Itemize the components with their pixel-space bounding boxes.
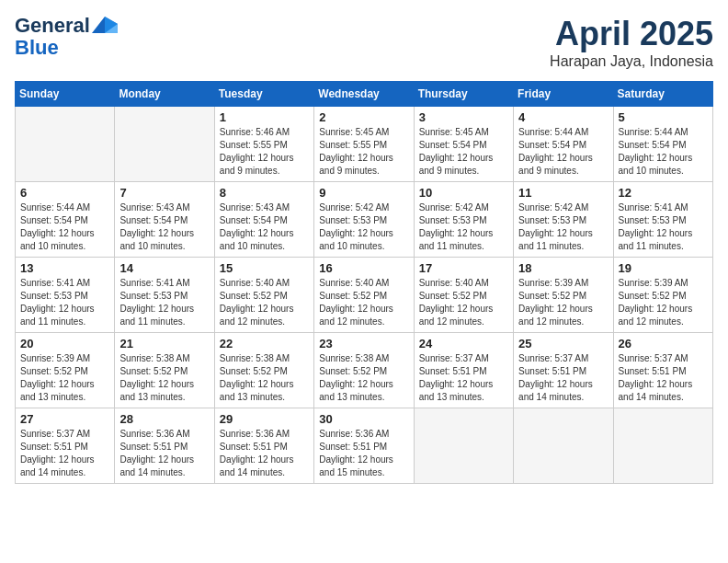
day-info: Sunrise: 5:42 AMSunset: 5:53 PMDaylight:… <box>319 201 408 253</box>
calendar-title: April 2025 <box>550 15 713 53</box>
calendar-day-23: 23Sunrise: 5:38 AMSunset: 5:52 PMDayligh… <box>314 333 414 408</box>
calendar-week-row: 13Sunrise: 5:41 AMSunset: 5:53 PMDayligh… <box>16 258 713 333</box>
day-info: Sunrise: 5:44 AMSunset: 5:54 PMDaylight:… <box>619 126 708 178</box>
day-number: 28 <box>119 412 209 426</box>
day-info: Sunrise: 5:37 AMSunset: 5:51 PMDaylight:… <box>20 428 109 479</box>
logo: General Blue <box>15 15 118 59</box>
day-number: 21 <box>119 337 209 350</box>
calendar-table: SundayMondayTuesdayWednesdayThursdayFrid… <box>15 81 713 484</box>
day-number: 25 <box>518 337 608 350</box>
day-info: Sunrise: 5:38 AMSunset: 5:52 PMDaylight:… <box>119 352 209 404</box>
calendar-day-25: 25Sunrise: 5:37 AMSunset: 5:51 PMDayligh… <box>514 333 613 408</box>
calendar-day-16: 16Sunrise: 5:40 AMSunset: 5:52 PMDayligh… <box>314 258 414 333</box>
day-number: 12 <box>619 186 708 200</box>
day-number: 23 <box>319 337 408 350</box>
day-info: Sunrise: 5:38 AMSunset: 5:52 PMDaylight:… <box>220 352 309 404</box>
calendar-day-3: 3Sunrise: 5:45 AMSunset: 5:54 PMDaylight… <box>414 107 513 182</box>
title-section: April 2025 Harapan Jaya, Indonesia <box>550 15 713 70</box>
day-number: 16 <box>319 261 408 275</box>
day-info: Sunrise: 5:40 AMSunset: 5:52 PMDaylight:… <box>319 277 408 328</box>
logo-text: General <box>15 15 90 37</box>
calendar-week-row: 1Sunrise: 5:46 AMSunset: 5:55 PMDaylight… <box>16 107 713 182</box>
day-number: 7 <box>119 186 209 200</box>
col-header-friday: Friday <box>514 82 613 107</box>
calendar-day-29: 29Sunrise: 5:36 AMSunset: 5:51 PMDayligh… <box>214 408 313 484</box>
calendar-day-18: 18Sunrise: 5:39 AMSunset: 5:52 PMDayligh… <box>514 258 613 333</box>
day-info: Sunrise: 5:44 AMSunset: 5:54 PMDaylight:… <box>518 126 608 178</box>
calendar-day-24: 24Sunrise: 5:37 AMSunset: 5:51 PMDayligh… <box>414 333 513 408</box>
day-number: 26 <box>619 337 708 350</box>
calendar-day-21: 21Sunrise: 5:38 AMSunset: 5:52 PMDayligh… <box>115 333 214 408</box>
day-info: Sunrise: 5:36 AMSunset: 5:51 PMDaylight:… <box>119 428 209 479</box>
calendar-day-13: 13Sunrise: 5:41 AMSunset: 5:53 PMDayligh… <box>16 258 115 333</box>
day-info: Sunrise: 5:37 AMSunset: 5:51 PMDaylight:… <box>419 352 508 404</box>
calendar-day-15: 15Sunrise: 5:40 AMSunset: 5:52 PMDayligh… <box>214 258 313 333</box>
day-number: 14 <box>119 261 209 275</box>
day-number: 8 <box>220 186 309 200</box>
day-info: Sunrise: 5:37 AMSunset: 5:51 PMDaylight:… <box>518 352 608 404</box>
day-number: 30 <box>319 412 408 426</box>
calendar-day-30: 30Sunrise: 5:36 AMSunset: 5:51 PMDayligh… <box>314 408 414 484</box>
col-header-sunday: Sunday <box>16 82 115 107</box>
day-number: 24 <box>419 337 508 350</box>
calendar-day-empty <box>115 107 214 182</box>
day-info: Sunrise: 5:39 AMSunset: 5:52 PMDaylight:… <box>619 277 708 328</box>
page-header: General Blue April 2025 Harapan Jaya, In… <box>15 15 713 70</box>
day-number: 18 <box>518 261 608 275</box>
day-number: 11 <box>518 186 608 200</box>
col-header-wednesday: Wednesday <box>314 82 414 107</box>
day-info: Sunrise: 5:46 AMSunset: 5:55 PMDaylight:… <box>220 126 309 178</box>
day-info: Sunrise: 5:37 AMSunset: 5:51 PMDaylight:… <box>619 352 708 404</box>
day-info: Sunrise: 5:40 AMSunset: 5:52 PMDaylight:… <box>419 277 508 328</box>
day-info: Sunrise: 5:45 AMSunset: 5:54 PMDaylight:… <box>419 126 508 178</box>
calendar-day-27: 27Sunrise: 5:37 AMSunset: 5:51 PMDayligh… <box>16 408 115 484</box>
calendar-day-14: 14Sunrise: 5:41 AMSunset: 5:53 PMDayligh… <box>115 258 214 333</box>
day-info: Sunrise: 5:45 AMSunset: 5:55 PMDaylight:… <box>319 126 408 178</box>
logo-text-blue: Blue <box>15 37 59 59</box>
day-number: 29 <box>220 412 309 426</box>
calendar-day-6: 6Sunrise: 5:44 AMSunset: 5:54 PMDaylight… <box>16 182 115 258</box>
col-header-monday: Monday <box>115 82 214 107</box>
calendar-day-4: 4Sunrise: 5:44 AMSunset: 5:54 PMDaylight… <box>514 107 613 182</box>
calendar-day-17: 17Sunrise: 5:40 AMSunset: 5:52 PMDayligh… <box>414 258 513 333</box>
day-info: Sunrise: 5:44 AMSunset: 5:54 PMDaylight:… <box>20 201 109 253</box>
calendar-day-1: 1Sunrise: 5:46 AMSunset: 5:55 PMDaylight… <box>214 107 313 182</box>
day-info: Sunrise: 5:41 AMSunset: 5:53 PMDaylight:… <box>119 277 209 328</box>
day-number: 3 <box>419 110 508 124</box>
day-number: 2 <box>319 110 408 124</box>
day-number: 10 <box>419 186 508 200</box>
day-number: 22 <box>220 337 309 350</box>
day-info: Sunrise: 5:42 AMSunset: 5:53 PMDaylight:… <box>518 201 608 253</box>
calendar-day-9: 9Sunrise: 5:42 AMSunset: 5:53 PMDaylight… <box>314 182 414 258</box>
calendar-day-10: 10Sunrise: 5:42 AMSunset: 5:53 PMDayligh… <box>414 182 513 258</box>
day-number: 4 <box>518 110 608 124</box>
day-number: 13 <box>20 261 109 275</box>
col-header-saturday: Saturday <box>613 82 712 107</box>
calendar-header-row: SundayMondayTuesdayWednesdayThursdayFrid… <box>16 82 713 107</box>
day-number: 20 <box>20 337 109 350</box>
calendar-day-5: 5Sunrise: 5:44 AMSunset: 5:54 PMDaylight… <box>613 107 712 182</box>
day-info: Sunrise: 5:41 AMSunset: 5:53 PMDaylight:… <box>619 201 708 253</box>
day-number: 27 <box>20 412 109 426</box>
col-header-thursday: Thursday <box>414 82 513 107</box>
day-number: 15 <box>220 261 309 275</box>
day-number: 6 <box>20 186 109 200</box>
col-header-tuesday: Tuesday <box>214 82 313 107</box>
day-number: 9 <box>319 186 408 200</box>
day-number: 5 <box>619 110 708 124</box>
day-number: 19 <box>619 261 708 275</box>
calendar-week-row: 6Sunrise: 5:44 AMSunset: 5:54 PMDaylight… <box>16 182 713 258</box>
calendar-day-empty <box>613 408 712 484</box>
day-info: Sunrise: 5:41 AMSunset: 5:53 PMDaylight:… <box>20 277 109 328</box>
day-info: Sunrise: 5:38 AMSunset: 5:52 PMDaylight:… <box>319 352 408 404</box>
calendar-day-20: 20Sunrise: 5:39 AMSunset: 5:52 PMDayligh… <box>16 333 115 408</box>
calendar-day-11: 11Sunrise: 5:42 AMSunset: 5:53 PMDayligh… <box>514 182 613 258</box>
calendar-day-19: 19Sunrise: 5:39 AMSunset: 5:52 PMDayligh… <box>613 258 712 333</box>
calendar-week-row: 27Sunrise: 5:37 AMSunset: 5:51 PMDayligh… <box>16 408 713 484</box>
calendar-day-28: 28Sunrise: 5:36 AMSunset: 5:51 PMDayligh… <box>115 408 214 484</box>
day-info: Sunrise: 5:36 AMSunset: 5:51 PMDaylight:… <box>319 428 408 479</box>
day-info: Sunrise: 5:40 AMSunset: 5:52 PMDaylight:… <box>220 277 309 328</box>
calendar-day-26: 26Sunrise: 5:37 AMSunset: 5:51 PMDayligh… <box>613 333 712 408</box>
calendar-subtitle: Harapan Jaya, Indonesia <box>550 53 713 70</box>
calendar-day-empty <box>414 408 513 484</box>
